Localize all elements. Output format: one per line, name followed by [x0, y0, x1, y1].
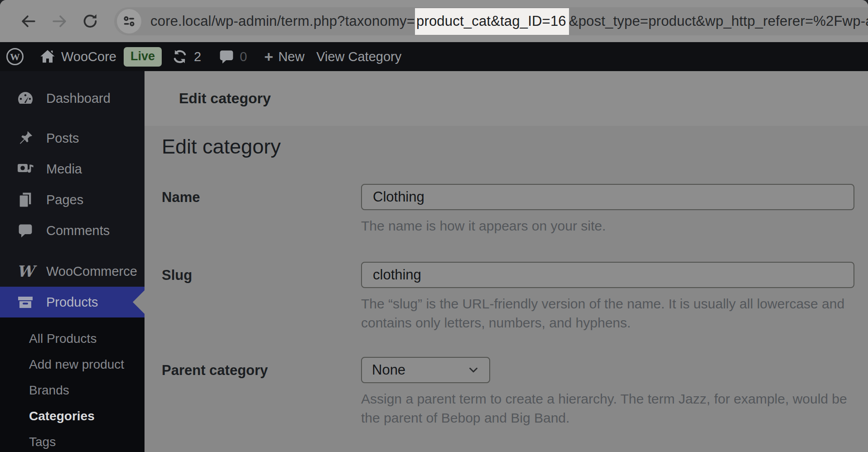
- name-label: Name: [162, 184, 361, 236]
- plus-icon: +: [264, 49, 273, 64]
- url-prefix: core.local/wp-admin/term.php?taxonomy=: [150, 13, 415, 29]
- parent-category-help-text: Assign a parent term to create a hierarc…: [361, 389, 854, 428]
- submenu-item-tags[interactable]: Tags: [0, 429, 145, 452]
- home-icon: [39, 48, 56, 65]
- live-status-badge: Live: [124, 47, 162, 67]
- pushpin-icon: [16, 129, 34, 147]
- sidebar-item-comments[interactable]: Comments: [0, 215, 145, 246]
- submenu-item-add-new-product[interactable]: Add new product: [0, 351, 145, 377]
- products-submenu: All Products Add new product Brands Cate…: [0, 317, 145, 452]
- pages-icon: [16, 191, 34, 209]
- slug-input[interactable]: [361, 262, 854, 288]
- refresh-button[interactable]: [80, 11, 101, 32]
- browser-window: core.local/wp-admin/term.php?taxonomy=pr…: [0, 0, 868, 452]
- sidebar-item-pages[interactable]: Pages: [0, 184, 145, 215]
- sidebar-item-products[interactable]: Products: [0, 287, 145, 317]
- new-content-button[interactable]: + New: [264, 49, 304, 64]
- slug-label: Slug: [162, 262, 361, 332]
- view-category-button[interactable]: View Category: [316, 49, 401, 64]
- comment-bubble-icon: [218, 48, 235, 65]
- forward-button[interactable]: [49, 11, 70, 32]
- site-link[interactable]: WooCore: [39, 48, 116, 65]
- address-bar[interactable]: core.local/wp-admin/term.php?taxonomy=pr…: [114, 7, 868, 35]
- site-name: WooCore: [61, 49, 116, 64]
- url-suffix: &post_type=product&wp_http_referer=%2Fwp…: [569, 13, 868, 29]
- sidebar-item-posts[interactable]: Posts: [0, 123, 145, 154]
- comments-count: 0: [240, 49, 247, 64]
- submenu-label: Add new product: [29, 357, 124, 372]
- slug-field-row: Slug The “slug” is the URL-friendly vers…: [162, 262, 854, 332]
- sidebar-item-label: Media: [46, 162, 82, 177]
- submenu-label: Tags: [29, 435, 56, 449]
- chevron-down-icon: [467, 363, 480, 377]
- submenu-label: All Products: [29, 332, 96, 346]
- page-body: Edit category Name The name is how it ap…: [145, 126, 868, 428]
- updates-count: 2: [194, 49, 201, 64]
- sidebar-item-label: WooCommerce: [46, 264, 137, 279]
- refresh-icon: [81, 12, 99, 30]
- parent-category-selected-value: None: [372, 362, 405, 378]
- sidebar-item-woocommerce[interactable]: W WooCommerce: [0, 256, 145, 287]
- page-title: Edit category: [162, 135, 854, 159]
- submenu-item-categories[interactable]: Categories: [0, 403, 145, 429]
- page-header-bar: Edit category: [145, 71, 868, 126]
- comments-bubble-icon: [16, 221, 34, 240]
- sidebar-item-label: Posts: [46, 131, 79, 146]
- submenu-label: Brands: [29, 383, 69, 398]
- new-label: New: [278, 49, 304, 64]
- name-input[interactable]: [361, 184, 854, 210]
- sidebar-item-label: Dashboard: [46, 91, 111, 106]
- wp-logo-button[interactable]: W: [5, 47, 24, 66]
- updates-icon: [171, 48, 189, 66]
- content-area: Edit category Edit category Name The nam…: [145, 71, 868, 452]
- view-category-label: View Category: [316, 49, 401, 64]
- name-help-text: The name is how it appears on your site.: [361, 216, 854, 236]
- sidebar-item-dashboard[interactable]: Dashboard: [0, 83, 145, 114]
- updates-button[interactable]: 2: [171, 48, 201, 66]
- url-highlight: product_cat&tag_ID=16: [415, 8, 569, 35]
- parent-category-row: Parent category None Assign a parent ter…: [162, 357, 854, 428]
- wp-admin-bar: W WooCore Live 2 0 + New View Cate: [0, 42, 868, 71]
- slug-help-text: The “slug” is the URL-friendly version o…: [361, 294, 854, 332]
- woocommerce-logo-icon: W: [16, 262, 34, 280]
- admin-sidebar: Dashboard Posts Media: [0, 71, 145, 452]
- sidebar-item-label: Products: [46, 295, 98, 310]
- parent-category-label: Parent category: [162, 357, 361, 428]
- comments-button[interactable]: 0: [218, 48, 247, 65]
- sidebar-item-media[interactable]: Media: [0, 154, 145, 184]
- submenu-item-all-products[interactable]: All Products: [0, 326, 145, 351]
- name-field-row: Name The name is how it appears on your …: [162, 184, 854, 236]
- tune-icon: [121, 14, 137, 29]
- browser-toolbar: core.local/wp-admin/term.php?taxonomy=pr…: [0, 0, 868, 42]
- submenu-item-brands[interactable]: Brands: [0, 377, 145, 403]
- forward-icon: [50, 12, 68, 30]
- dashboard-gauge-icon: [16, 89, 34, 107]
- wordpress-logo-icon: W: [5, 47, 24, 66]
- parent-category-select[interactable]: None: [361, 357, 490, 383]
- products-box-icon: [16, 293, 34, 311]
- svg-text:W: W: [10, 52, 20, 63]
- url-text: core.local/wp-admin/term.php?taxonomy=pr…: [150, 13, 868, 29]
- sidebar-item-label: Pages: [46, 192, 83, 207]
- submenu-label: Categories: [29, 409, 95, 423]
- back-button[interactable]: [18, 11, 39, 32]
- back-icon: [19, 12, 38, 30]
- media-camera-icon: [16, 160, 34, 178]
- sidebar-item-label: Comments: [46, 223, 110, 238]
- site-settings-button[interactable]: [117, 9, 141, 34]
- page-header-title: Edit category: [179, 90, 271, 107]
